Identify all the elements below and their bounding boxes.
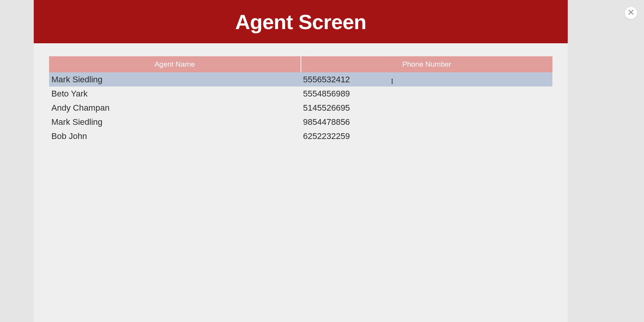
table-wrap: Agent Name Phone Number Mark Siedling555…: [34, 43, 568, 143]
col-phone-number[interactable]: Phone Number: [301, 56, 553, 72]
cell-agent-name[interactable]: Andy Champan: [49, 101, 301, 115]
table-row[interactable]: Mark Siedling5556532412: [49, 72, 552, 87]
close-icon: [628, 10, 634, 16]
agent-table: Agent Name Phone Number Mark Siedling555…: [49, 56, 552, 143]
app-container: Agent Screen Agent Name Phone Number Mar…: [34, 0, 568, 322]
table-row[interactable]: Andy Champan5145526695: [49, 101, 552, 115]
table-row[interactable]: Beto Yark5554856989: [49, 87, 552, 101]
cell-phone-number[interactable]: 9854478856: [301, 115, 553, 129]
header-bar: Agent Screen: [34, 0, 568, 43]
cell-phone-number[interactable]: 5554856989: [301, 87, 553, 101]
cell-phone-number[interactable]: 5145526695: [301, 101, 553, 115]
table-row[interactable]: Mark Siedling9854478856: [49, 115, 552, 129]
page-title: Agent Screen: [235, 10, 366, 34]
table-header-row: Agent Name Phone Number: [49, 56, 552, 72]
cell-phone-number[interactable]: 6252232259: [301, 129, 553, 143]
close-button[interactable]: [625, 7, 637, 19]
agent-table-body: Mark Siedling5556532412Beto Yark55548569…: [49, 72, 552, 143]
cell-agent-name[interactable]: Mark Siedling: [49, 72, 301, 87]
cell-agent-name[interactable]: Beto Yark: [49, 87, 301, 101]
cell-agent-name[interactable]: Bob John: [49, 129, 301, 143]
cell-phone-number[interactable]: 5556532412: [301, 72, 553, 87]
col-agent-name[interactable]: Agent Name: [49, 56, 301, 72]
table-row[interactable]: Bob John6252232259: [49, 129, 552, 143]
cell-agent-name[interactable]: Mark Siedling: [49, 115, 301, 129]
